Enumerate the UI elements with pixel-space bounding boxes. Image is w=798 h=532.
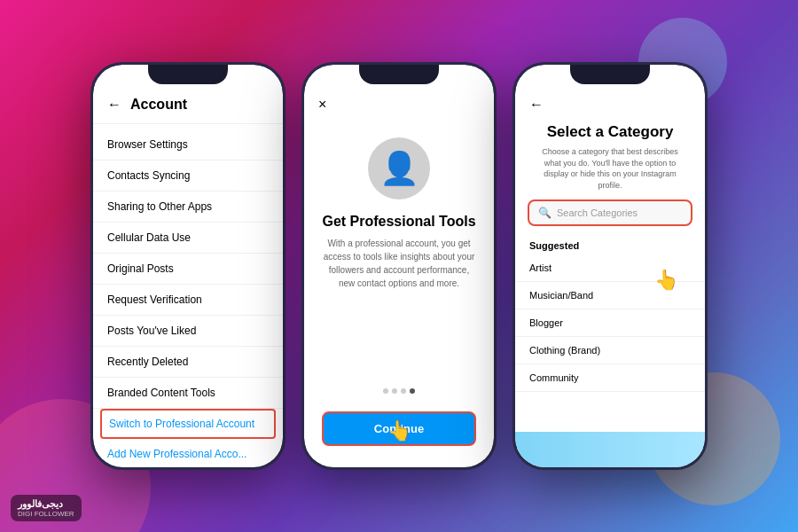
cursor-search: 👆	[654, 269, 678, 292]
back-arrow-1[interactable]: ←	[107, 97, 121, 113]
phone-2: × 👤 Get Professional Tools With a profes…	[301, 62, 497, 470]
menu-item-contacts[interactable]: Contacts Syncing	[93, 160, 283, 192]
dot-4-active	[410, 388, 415, 394]
notch-3	[570, 65, 650, 84]
select-category-title: Select a Category	[515, 116, 705, 146]
suggested-label: Suggested	[515, 235, 705, 254]
professional-tools-description: With a professional account, you get acc…	[304, 230, 494, 297]
dot-2	[392, 388, 397, 394]
category-clothing[interactable]: Clothing (Brand)	[515, 337, 705, 364]
add-professional-link[interactable]: Add New Professional Acco...	[93, 439, 283, 467]
menu-item-browser[interactable]: Browser Settings	[93, 129, 283, 160]
cursor-continue: 👆	[387, 419, 411, 442]
switch-professional-button[interactable]: Switch to Professional Account	[100, 409, 276, 439]
search-placeholder: Search Categories	[557, 207, 638, 218]
phones-container: ← Account Browser Settings Contacts Sync…	[90, 62, 708, 470]
phone1-content: ← Account Browser Settings Contacts Sync…	[93, 65, 283, 467]
menu-item-posts[interactable]: Original Posts	[93, 254, 283, 285]
menu-item-cellular[interactable]: Cellular Data Use	[93, 223, 283, 254]
phone-1: ← Account Browser Settings Contacts Sync…	[90, 62, 286, 470]
logo-main-text: دیجی‌فالوور	[18, 498, 74, 510]
phone1-title: Account	[130, 97, 187, 113]
dot-1	[383, 388, 388, 394]
phone-2-screen: × 👤 Get Professional Tools With a profes…	[304, 65, 494, 467]
phone-3: ← Select a Category Choose a category th…	[512, 62, 708, 470]
professional-tools-title: Get Professional Tools	[304, 214, 493, 230]
category-community[interactable]: Community	[515, 364, 705, 392]
menu-item-sharing[interactable]: Sharing to Other Apps	[93, 192, 283, 223]
close-button[interactable]: ×	[304, 90, 340, 120]
logo: دیجی‌فالوور DIGI FOLLOWER	[11, 495, 82, 521]
avatar-placeholder: 👤	[368, 137, 430, 200]
avatar-icon: 👤	[379, 150, 419, 187]
menu-items: Browser Settings Contacts Syncing Sharin…	[93, 124, 283, 467]
category-blogger[interactable]: Blogger	[515, 309, 705, 337]
phone-3-screen: ← Select a Category Choose a category th…	[515, 65, 705, 467]
notch-1	[148, 65, 228, 84]
carousel-dots	[383, 388, 415, 394]
phone1-header: ← Account	[93, 90, 283, 124]
phone3-content: ← Select a Category Choose a category th…	[515, 65, 705, 467]
logo-sub-text: DIGI FOLLOWER	[18, 510, 74, 518]
phone3-bottom-bar	[515, 432, 705, 467]
phone-1-screen: ← Account Browser Settings Contacts Sync…	[93, 65, 283, 467]
notch-2	[359, 65, 439, 84]
menu-item-deleted[interactable]: Recently Deleted	[93, 347, 283, 378]
phone2-content: × 👤 Get Professional Tools With a profes…	[304, 65, 494, 467]
back-arrow-3[interactable]: ←	[515, 90, 705, 116]
select-category-subtitle: Choose a category that best describes wh…	[515, 146, 705, 200]
dot-3	[401, 388, 406, 394]
search-icon: 🔍	[538, 207, 552, 219]
menu-item-branded[interactable]: Branded Content Tools	[93, 378, 283, 409]
search-categories-box[interactable]: 🔍 Search Categories	[528, 200, 692, 226]
menu-item-liked[interactable]: Posts You've Liked	[93, 316, 283, 347]
menu-item-verification[interactable]: Request Verification	[93, 285, 283, 316]
